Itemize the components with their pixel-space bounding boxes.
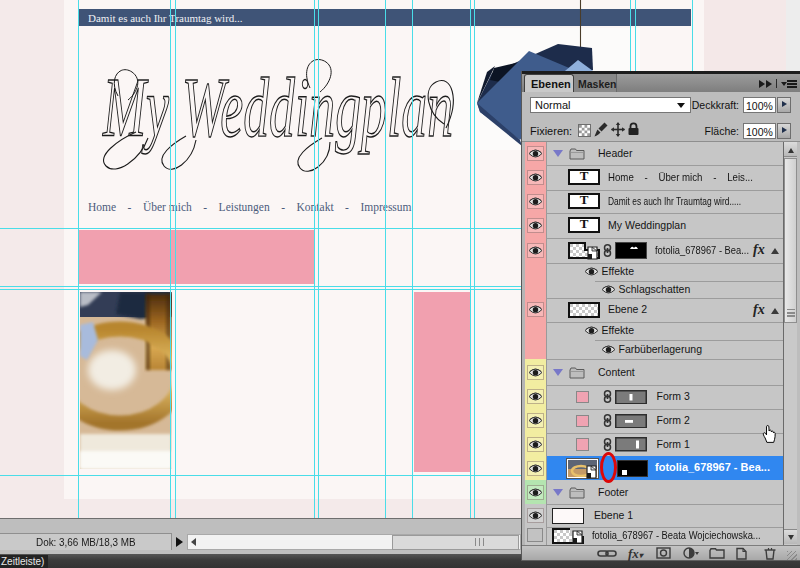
svg-text:My Weddingplan: My Weddingplan	[102, 59, 453, 154]
